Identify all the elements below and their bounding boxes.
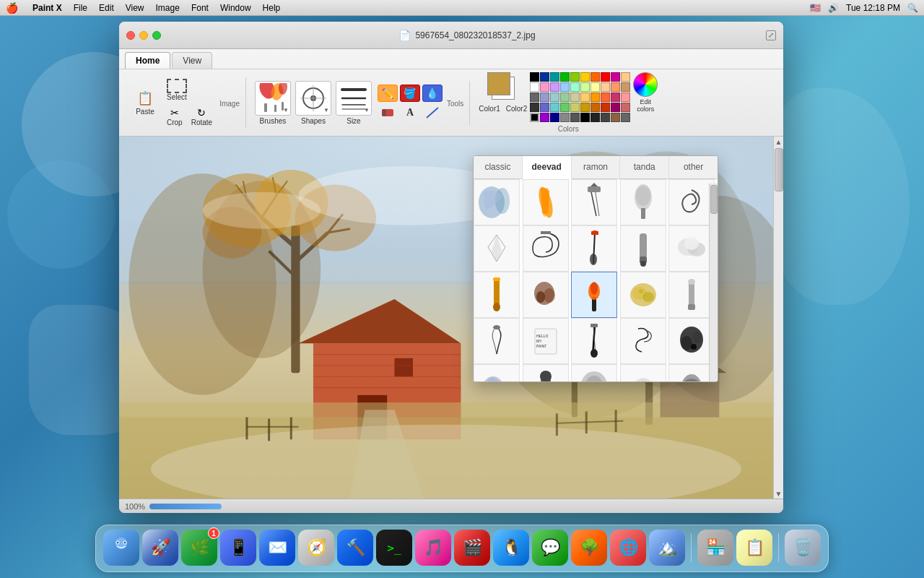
tab-home[interactable]: Home — [125, 52, 170, 69]
app-name[interactable]: Paint X — [32, 3, 62, 13]
brush-cell-7[interactable] — [523, 225, 569, 272]
dock-launchpad[interactable]: 🚀 — [142, 530, 178, 566]
dock-photos2[interactable]: 🏔️ — [649, 530, 685, 566]
color-wheel[interactable] — [633, 72, 658, 97]
dock-xcode[interactable]: 🔨 — [337, 530, 373, 566]
brush-panel-scrollbar[interactable] — [709, 184, 718, 381]
brush-cell-11[interactable] — [474, 272, 520, 318]
brush-cell-17[interactable]: HELLO MY PAINT — [523, 318, 569, 364]
minimize-button[interactable] — [139, 31, 148, 40]
color-black[interactable] — [530, 72, 539, 82]
brush-cell-12[interactable] — [523, 272, 569, 318]
volume-icon[interactable]: 🔊 — [828, 3, 839, 13]
brush-tab-other[interactable]: other — [669, 156, 718, 178]
color-violet[interactable] — [540, 113, 549, 122]
size-button[interactable]: ▼ — [336, 81, 372, 116]
scrollbar-thumb[interactable] — [775, 148, 783, 191]
brush-cell-24[interactable] — [620, 364, 666, 381]
brush-tab-deevad[interactable]: deevad — [523, 156, 572, 179]
color-charcoal[interactable] — [601, 113, 610, 122]
brush-cell-9[interactable] — [620, 225, 666, 272]
brush-cell-25[interactable] — [668, 364, 715, 381]
dock-wechat[interactable]: 💬 — [532, 530, 568, 566]
dock-appstore[interactable]: 📱 — [220, 530, 256, 566]
color-orange[interactable] — [590, 72, 600, 82]
dock-itunes[interactable]: 🎵 — [415, 530, 451, 566]
color-red[interactable] — [601, 72, 610, 82]
color-darkred[interactable] — [601, 103, 610, 112]
select-button[interactable]: Select — [164, 77, 190, 103]
color-lavender[interactable] — [550, 82, 559, 92]
color-nearblack[interactable] — [590, 113, 600, 122]
fullscreen-button[interactable]: ⤢ — [766, 30, 776, 40]
fill-tool[interactable]: 🪣 — [400, 85, 420, 102]
line-tool[interactable] — [422, 104, 443, 121]
brush-tab-ramon[interactable]: ramon — [572, 156, 621, 178]
color-sienna[interactable] — [611, 113, 620, 122]
dock-appstore2[interactable]: 🏪 — [697, 530, 733, 566]
eyedropper-tool[interactable]: 💧 — [422, 85, 443, 102]
color-lightyellow[interactable] — [590, 82, 600, 92]
color-green[interactable] — [560, 72, 570, 82]
color-lightgreen[interactable] — [580, 82, 590, 92]
color-salmon[interactable] — [611, 82, 620, 92]
color-dustyred[interactable] — [621, 103, 630, 112]
color-gray3[interactable] — [621, 113, 630, 122]
crop-button[interactable]: ✂ Crop — [164, 105, 186, 128]
color-midblue[interactable] — [540, 103, 549, 112]
dock-appwrapper[interactable]: 🌳 — [571, 530, 607, 566]
dock-qq[interactable]: 🐧 — [493, 530, 529, 566]
scroll-down[interactable]: ▼ — [774, 488, 783, 499]
color-navy[interactable] — [550, 113, 559, 122]
shapes-button[interactable]: ▼ — [295, 81, 331, 116]
scroll-up[interactable]: ▲ — [774, 137, 783, 147]
dock-trash[interactable]: 🗑️ — [785, 530, 821, 566]
maximize-button[interactable] — [152, 31, 161, 40]
color-olive[interactable] — [570, 103, 580, 112]
color-black3[interactable] — [580, 113, 590, 122]
brush-cell-13[interactable] — [571, 272, 617, 318]
color-tomato[interactable] — [601, 92, 610, 102]
brush-cell-18[interactable] — [571, 318, 617, 364]
menu-image[interactable]: Image — [156, 3, 180, 13]
color-black2[interactable] — [530, 113, 539, 122]
brush-cell-21[interactable] — [474, 364, 520, 381]
search-icon[interactable]: 🔍 — [907, 3, 918, 13]
menu-view[interactable]: View — [126, 3, 144, 13]
color1-box[interactable] — [487, 72, 510, 95]
brush-cell-20[interactable] — [668, 318, 715, 364]
color-peach[interactable] — [621, 72, 630, 82]
color-yellow[interactable] — [580, 72, 590, 82]
menu-help[interactable]: Help — [263, 3, 281, 13]
dock-safari[interactable]: 🧭 — [298, 530, 334, 566]
dock-finder[interactable] — [103, 530, 139, 566]
pencil-tool[interactable]: ✏️ — [378, 85, 398, 102]
color-olivegray[interactable] — [570, 92, 580, 102]
text-tool[interactable]: A — [400, 104, 420, 121]
color-mint[interactable] — [570, 82, 580, 92]
color-gray[interactable] — [530, 92, 539, 102]
brush-cell-14[interactable] — [620, 272, 666, 318]
eraser-tool[interactable] — [378, 104, 398, 121]
brush-cell-23[interactable] — [571, 364, 617, 381]
brush-tab-classic[interactable]: classic — [474, 156, 523, 178]
color-darkblue[interactable] — [540, 72, 549, 82]
size-tool[interactable]: ▼ Size — [336, 81, 372, 125]
color-purple[interactable] — [611, 103, 620, 112]
color-brown[interactable] — [590, 103, 600, 112]
dock-notepad[interactable]: 📋 — [736, 530, 772, 566]
color-lime[interactable] — [570, 72, 580, 82]
color-midteal[interactable] — [550, 103, 559, 112]
brush-cell-22[interactable] — [523, 364, 569, 381]
color-teal[interactable] — [550, 72, 559, 82]
color-white[interactable] — [530, 82, 539, 92]
menu-file[interactable]: File — [74, 3, 87, 13]
paste-button[interactable]: 📋 Paste — [131, 88, 160, 118]
brush-cell-4[interactable] — [620, 179, 666, 225]
color-grayteal[interactable] — [550, 92, 559, 102]
brush-cell-15[interactable] — [668, 272, 715, 318]
color-gold[interactable] — [580, 92, 590, 102]
color-darkgray[interactable] — [530, 103, 539, 112]
brush-cell-3[interactable] — [571, 179, 617, 225]
brush-cell-10[interactable] — [668, 225, 715, 272]
